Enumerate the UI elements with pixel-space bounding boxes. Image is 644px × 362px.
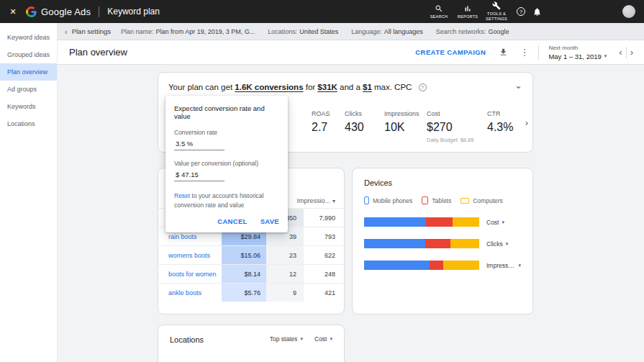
segment-tablet [425, 239, 450, 248]
impressions-column-header[interactable]: Impressio... [296, 197, 330, 204]
clicks-metric-dropdown[interactable]: Clicks ▾ [486, 240, 508, 248]
download-icon[interactable] [499, 47, 508, 57]
clicks-cell: 12 [266, 265, 304, 283]
plan-settings-label[interactable]: Plan settings [72, 27, 111, 35]
prev-period-icon[interactable]: ‹ [615, 47, 625, 58]
notifications-bell-icon[interactable] [532, 7, 542, 17]
legend-mobile-phones[interactable]: Mobile phones [364, 196, 412, 204]
caret-down-icon: ▾ [518, 263, 521, 268]
caret-down-icon: ▾ [300, 336, 303, 342]
impressions-cell: 622 [304, 246, 344, 264]
stacked-bar [364, 261, 479, 270]
next-period-icon[interactable]: › [627, 47, 637, 58]
metric-roas: ROAS 2.7 [312, 110, 345, 143]
max-cpc-value: $1 [363, 83, 372, 91]
metric-ctr: CTR 4.3% [487, 110, 513, 143]
more-metrics-chevron-icon[interactable]: › [525, 117, 528, 128]
metrics-row: ROAS 2.7 Clicks 430 Impressions 10K Cost… [312, 110, 532, 143]
devices-legend: Mobile phones Tablets Computers [364, 196, 521, 204]
close-icon[interactable]: ✕ [0, 7, 26, 17]
search-networks-summary: Search networks:Google [436, 28, 509, 35]
sidebar-item-keywords[interactable]: Keywords [0, 98, 57, 115]
collapse-card-chevron-icon[interactable]: ⌄ [514, 80, 522, 91]
impressions-cell: 7,990 [304, 209, 344, 227]
caret-down-icon[interactable]: ▾ [332, 198, 335, 204]
date-nav: ‹ › [615, 47, 637, 58]
topbar-actions: SEARCH REPORTS TOOLS & SETTINGS ? [425, 1, 635, 22]
sidebar-item-plan-overview[interactable]: Plan overview [0, 63, 57, 81]
sidebar-item-locations[interactable]: Locations [0, 115, 57, 132]
save-button[interactable]: SAVE [260, 217, 279, 225]
tools-settings-label: TOOLS & SETTINGS [484, 12, 509, 22]
page-title: Plan overview [69, 47, 415, 58]
period-label: Next month [548, 45, 607, 51]
daily-budget-note: Daily Budget: $8.85 [427, 137, 487, 143]
cost-cell: $15.06 [222, 246, 266, 264]
divider [99, 6, 99, 17]
help-icon[interactable]: ? [419, 83, 427, 91]
clicks-cell: 23 [266, 246, 304, 264]
bar-row-cost: Cost ▾ [364, 217, 521, 227]
metric-cost: Cost $270 Daily Budget: $8.85 [427, 110, 487, 143]
conversion-rate-input[interactable] [174, 137, 225, 150]
sidebar-item-ad-groups[interactable]: Ad groups [0, 81, 57, 98]
caret-down-icon: ▾ [330, 336, 332, 342]
impressions-cell: 793 [304, 227, 344, 245]
segment-computer [443, 261, 479, 270]
keyword-link[interactable]: womens boots [158, 246, 222, 264]
top-app-bar: ✕ Google Ads Keyword plan SEARCH [0, 0, 644, 23]
top-states-dropdown[interactable]: Top states ▾ [270, 335, 303, 343]
main-area: ‹ Plan settings Plan name:Plan from Apr … [58, 23, 644, 362]
reports-button[interactable]: REPORTS [453, 4, 482, 19]
impressions-cell: 248 [304, 265, 344, 283]
legend-tablets[interactable]: Tablets [422, 196, 451, 204]
tools-settings-button[interactable]: TOOLS & SETTINGS [482, 1, 511, 22]
date-range-selector[interactable]: Next month May 1 – 31, 2019 ▾ [548, 45, 607, 60]
conversion-rate-label: Conversion rate [174, 129, 279, 136]
sidebar-item-grouped-ideas[interactable]: Grouped ideas [0, 46, 57, 63]
segment-computer [453, 217, 479, 227]
value-per-conversion-label: Value per conversion (optional) [174, 160, 279, 167]
segment-mobile [364, 217, 426, 227]
value-per-conversion-input[interactable] [174, 168, 225, 181]
segment-tablet [426, 217, 453, 227]
computer-icon [461, 198, 469, 204]
plan-summary-headline: Your plan can get 1.6K conversions for $… [158, 73, 532, 91]
conversions-value: 1.6K conversions [235, 83, 303, 91]
devices-bars: Cost ▾ Clicks ▾ [364, 217, 521, 270]
chevron-left-icon[interactable]: ‹ [65, 27, 68, 36]
stacked-bar [364, 239, 479, 248]
metric-impressions: Impressions 10K [384, 110, 427, 143]
overflow-menu-icon[interactable]: ⋮ [520, 47, 529, 58]
language-summary: Language:All languages [351, 28, 423, 35]
google-ads-logo[interactable]: Google Ads [26, 6, 91, 17]
impressions-metric-dropdown[interactable]: Impressio... ▾ [486, 262, 521, 269]
avatar[interactable] [622, 5, 635, 18]
keyword-link[interactable]: boots for women [158, 265, 222, 283]
segment-mobile [364, 239, 425, 248]
reports-icon [463, 4, 472, 13]
reset-link[interactable]: Reset [174, 192, 190, 199]
mobile-phone-icon [364, 196, 369, 204]
devices-card-title: Devices [364, 178, 521, 187]
cancel-button[interactable]: CANCEL [217, 217, 247, 225]
create-campaign-button[interactable]: CREATE CAMPAIGN [415, 48, 486, 56]
tablet-icon [422, 196, 428, 204]
table-row: boots for women $8.14 12 248 [158, 264, 344, 283]
search-button[interactable]: SEARCH [425, 4, 453, 19]
cost-cell: $5.76 [222, 284, 266, 302]
google-g-icon [26, 6, 37, 17]
locations-cost-dropdown[interactable]: Cost ▾ [314, 335, 332, 343]
page-header: Plan overview CREATE CAMPAIGN ⋮ Next mon… [58, 40, 644, 65]
cost-metric-dropdown[interactable]: Cost ▾ [486, 219, 504, 226]
sidebar-item-keyword-ideas[interactable]: Keyword ideas [0, 29, 57, 46]
table-row: womens boots $15.06 23 622 [158, 245, 344, 264]
keyword-link[interactable]: ankle boots [158, 284, 222, 302]
app-title: Keyword plan [107, 6, 160, 17]
legend-computers[interactable]: Computers [461, 197, 503, 204]
metric-clicks: Clicks 430 [345, 110, 384, 143]
help-icon[interactable]: ? [517, 7, 525, 16]
cost-value: $31K [317, 83, 337, 91]
table-row: ankle boots $5.76 9 421 [158, 283, 344, 302]
caret-down-icon: ▾ [604, 53, 607, 59]
